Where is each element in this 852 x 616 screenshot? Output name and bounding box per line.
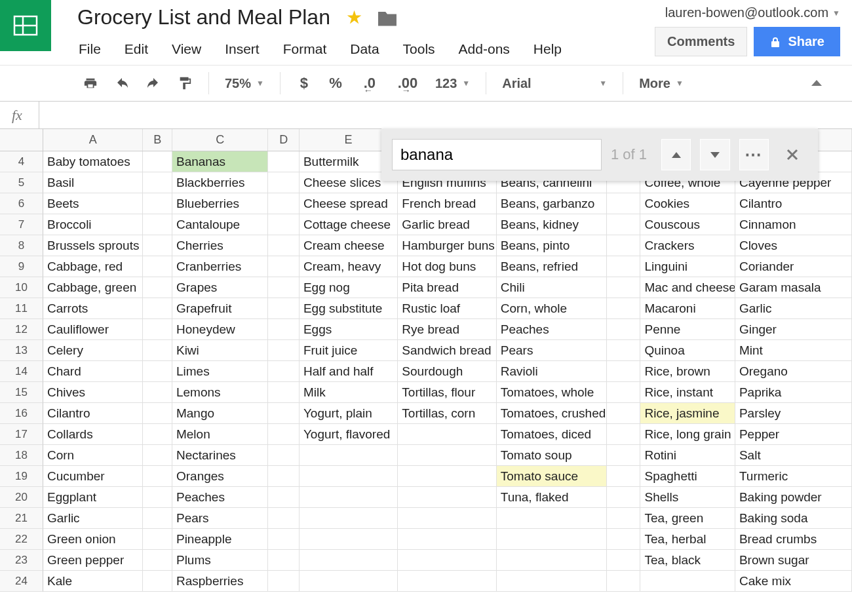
cell-I9[interactable]: Linguini xyxy=(640,256,735,277)
cell-D4[interactable] xyxy=(268,151,300,172)
cell-B18[interactable] xyxy=(143,445,172,466)
cell-B20[interactable] xyxy=(143,487,172,508)
cell-C4[interactable]: Bananas xyxy=(172,151,268,172)
cell-F10[interactable]: Pita bread xyxy=(398,277,496,298)
cell-G13[interactable]: Pears xyxy=(497,340,607,361)
cell-F17[interactable] xyxy=(398,424,496,445)
cell-J13[interactable]: Mint xyxy=(735,340,852,361)
cell-I14[interactable]: Rice, brown xyxy=(640,361,735,382)
menu-format[interactable]: Format xyxy=(283,41,327,57)
cell-D10[interactable] xyxy=(268,277,300,298)
cell-B6[interactable] xyxy=(143,193,172,214)
cell-J23[interactable]: Brown sugar xyxy=(735,550,852,571)
cell-I13[interactable]: Quinoa xyxy=(640,340,735,361)
cell-E19[interactable] xyxy=(300,466,398,487)
col-header-D[interactable]: D xyxy=(268,129,300,151)
cell-H9[interactable] xyxy=(607,256,641,277)
paint-format-button[interactable] xyxy=(170,70,199,96)
cell-E9[interactable]: Cream, heavy xyxy=(300,256,398,277)
cell-H8[interactable] xyxy=(607,235,641,256)
cell-B9[interactable] xyxy=(143,256,172,277)
cell-I16[interactable]: Rice, jasmine xyxy=(640,403,735,424)
row-header[interactable]: 13 xyxy=(0,340,43,361)
row-header[interactable]: 20 xyxy=(0,487,43,508)
cell-A19[interactable]: Cucumber xyxy=(43,466,143,487)
cell-I17[interactable]: Rice, long grain xyxy=(640,424,735,445)
cell-B19[interactable] xyxy=(143,466,172,487)
cell-C13[interactable]: Kiwi xyxy=(172,340,268,361)
cell-H18[interactable] xyxy=(607,445,641,466)
cell-B12[interactable] xyxy=(143,319,172,340)
collapse-toolbar-button[interactable] xyxy=(802,70,831,96)
row-header[interactable]: 15 xyxy=(0,382,43,403)
cell-F18[interactable] xyxy=(398,445,496,466)
cell-B5[interactable] xyxy=(143,172,172,193)
cell-G6[interactable]: Beans, garbanzo xyxy=(497,193,607,214)
cell-C15[interactable]: Lemons xyxy=(172,382,268,403)
menu-tools[interactable]: Tools xyxy=(403,41,435,57)
row-header[interactable]: 22 xyxy=(0,529,43,550)
cell-E14[interactable]: Half and half xyxy=(300,361,398,382)
cell-E22[interactable] xyxy=(300,529,398,550)
cell-J12[interactable]: Ginger xyxy=(735,319,852,340)
cell-F19[interactable] xyxy=(398,466,496,487)
cell-C10[interactable]: Grapes xyxy=(172,277,268,298)
find-next-button[interactable] xyxy=(700,139,729,170)
cell-A11[interactable]: Carrots xyxy=(43,298,143,319)
cell-F9[interactable]: Hot dog buns xyxy=(398,256,496,277)
cell-G18[interactable]: Tomato soup xyxy=(497,445,607,466)
cell-B11[interactable] xyxy=(143,298,172,319)
cell-A21[interactable]: Garlic xyxy=(43,508,143,529)
cell-A23[interactable]: Green pepper xyxy=(43,550,143,571)
row-header[interactable]: 6 xyxy=(0,193,43,214)
cell-A14[interactable]: Chard xyxy=(43,361,143,382)
cell-G12[interactable]: Peaches xyxy=(497,319,607,340)
cell-F13[interactable]: Sandwich bread xyxy=(398,340,496,361)
cell-E20[interactable] xyxy=(300,487,398,508)
cell-I21[interactable]: Tea, green xyxy=(640,508,735,529)
cell-E15[interactable]: Milk xyxy=(300,382,398,403)
cell-G23[interactable] xyxy=(497,550,607,571)
cell-F6[interactable]: French bread xyxy=(398,193,496,214)
cell-H24[interactable] xyxy=(607,571,641,592)
row-header[interactable]: 24 xyxy=(0,571,43,592)
cell-I6[interactable]: Cookies xyxy=(640,193,735,214)
cell-J15[interactable]: Paprika xyxy=(735,382,852,403)
row-header[interactable]: 12 xyxy=(0,319,43,340)
cell-A18[interactable]: Corn xyxy=(43,445,143,466)
cell-J21[interactable]: Baking soda xyxy=(735,508,852,529)
row-header[interactable]: 21 xyxy=(0,508,43,529)
cell-F24[interactable] xyxy=(398,571,496,592)
cell-F23[interactable] xyxy=(398,550,496,571)
cell-C17[interactable]: Melon xyxy=(172,424,268,445)
menu-insert[interactable]: Insert xyxy=(225,41,260,57)
cell-E16[interactable]: Yogurt, plain xyxy=(300,403,398,424)
cell-G14[interactable]: Ravioli xyxy=(497,361,607,382)
cell-J8[interactable]: Cloves xyxy=(735,235,852,256)
cell-H13[interactable] xyxy=(607,340,641,361)
cell-B15[interactable] xyxy=(143,382,172,403)
cell-I10[interactable]: Mac and cheese xyxy=(640,277,735,298)
cell-F22[interactable] xyxy=(398,529,496,550)
cell-H15[interactable] xyxy=(607,382,641,403)
menu-view[interactable]: View xyxy=(172,41,201,57)
cell-J9[interactable]: Coriander xyxy=(735,256,852,277)
cell-I8[interactable]: Crackers xyxy=(640,235,735,256)
cell-G8[interactable]: Beans, pinto xyxy=(497,235,607,256)
select-all-corner[interactable] xyxy=(0,129,43,151)
cell-E6[interactable]: Cheese spread xyxy=(300,193,398,214)
row-header[interactable]: 23 xyxy=(0,550,43,571)
cell-H21[interactable] xyxy=(607,508,641,529)
cell-B10[interactable] xyxy=(143,277,172,298)
cell-A16[interactable]: Cilantro xyxy=(43,403,143,424)
find-close-button[interactable] xyxy=(778,139,807,170)
cell-D8[interactable] xyxy=(268,235,300,256)
cell-B23[interactable] xyxy=(143,550,172,571)
cell-H19[interactable] xyxy=(607,466,641,487)
cell-I20[interactable]: Shells xyxy=(640,487,735,508)
cell-D22[interactable] xyxy=(268,529,300,550)
row-header[interactable]: 5 xyxy=(0,172,43,193)
cell-D13[interactable] xyxy=(268,340,300,361)
cell-A7[interactable]: Broccoli xyxy=(43,214,143,235)
cell-A12[interactable]: Cauliflower xyxy=(43,319,143,340)
